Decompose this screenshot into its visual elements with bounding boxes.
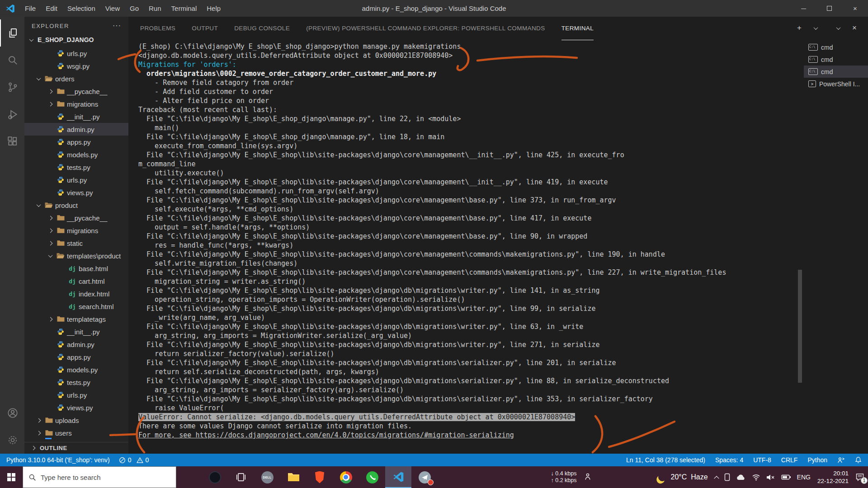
tree-item-tests-py[interactable]: tests.py <box>24 376 128 389</box>
net-speed-widget[interactable]: ↓ 0.4 kbps ↑ 0.2 kbps <box>551 470 576 484</box>
tree-item-apps-py[interactable]: apps.py <box>24 351 128 363</box>
taskbar-whatsapp-icon[interactable] <box>359 466 385 488</box>
python-interpreter[interactable]: Python 3.10.0 64-bit ('E_shop': venv) <box>6 456 110 464</box>
outline-section[interactable]: OUTLINE <box>24 442 128 454</box>
tree-item-templatetags[interactable]: templatetags <box>24 313 128 325</box>
panel-tab-problems[interactable]: PROBLEMS <box>140 17 175 40</box>
tree-item-views-py[interactable]: views.py <box>24 186 128 199</box>
tree-item-uploads[interactable]: uploads <box>24 414 128 427</box>
onedrive-cloud-icon[interactable] <box>736 474 746 480</box>
tree-item-migrations[interactable]: migrations <box>24 98 128 110</box>
tree-item-migrations[interactable]: migrations <box>24 224 128 237</box>
maximize-button[interactable] <box>816 0 842 17</box>
terminal-output[interactable]: (E_shop) C:\file\django\My E_shop\E_shop… <box>128 40 804 454</box>
activity-account-icon[interactable] <box>0 399 24 427</box>
launch-profile-chevron-icon[interactable] <box>811 23 820 33</box>
taskbar-file-explorer-icon[interactable] <box>280 466 307 488</box>
activity-source-control-icon[interactable] <box>0 74 24 101</box>
tree-item-base-html[interactable]: djbase.html <box>24 262 128 275</box>
activity-extensions-icon[interactable] <box>0 128 24 155</box>
taskbar-search-input[interactable]: Type here to search <box>23 466 176 488</box>
tree-item-cart-html[interactable]: djcart.html <box>24 275 128 287</box>
tree-item-templates-product[interactable]: templates\product <box>24 249 128 262</box>
minimize-button[interactable]: ─ <box>791 0 816 17</box>
tree-item-users[interactable]: users <box>24 427 128 439</box>
close-button[interactable]: × <box>842 0 868 17</box>
tree-item-urls-py[interactable]: urls.py <box>24 389 128 401</box>
terminal-instance-cmd[interactable]: C:\cmd <box>804 53 868 66</box>
terminal-instance-powershell-i-[interactable]: >PowerShell I... <box>804 78 868 90</box>
people-icon[interactable] <box>583 473 591 482</box>
menu-terminal[interactable]: Terminal <box>166 0 202 17</box>
tree-item-views-py[interactable]: views.py <box>24 401 128 414</box>
weather-widget[interactable]: 20°C Haze <box>658 473 708 481</box>
panel-chevron-icon[interactable] <box>834 23 843 33</box>
tree-item--init-py[interactable]: __init__.py <box>24 110 128 123</box>
wifi-icon[interactable] <box>752 474 760 481</box>
new-terminal-button[interactable]: + <box>795 23 804 33</box>
phone-icon[interactable] <box>724 473 730 481</box>
taskbar-brave-icon[interactable] <box>307 466 333 488</box>
battery-icon[interactable] <box>781 474 791 480</box>
encoding[interactable]: UTF-8 <box>753 456 771 464</box>
taskbar-telegram-icon[interactable] <box>411 466 438 488</box>
activity-search-icon[interactable] <box>0 47 24 74</box>
eol-sequence[interactable]: CRLF <box>781 456 798 464</box>
tree-item-wsgi-py[interactable]: wsgi.py <box>24 60 128 72</box>
input-language[interactable]: ENG <box>797 474 811 481</box>
taskbar-task-view-icon[interactable] <box>228 466 254 488</box>
tree-item-admin-py[interactable]: admin.py <box>24 123 128 136</box>
notifications-bell-icon[interactable] <box>855 456 862 464</box>
activity-run-debug-icon[interactable] <box>0 101 24 128</box>
menu-go[interactable]: Go <box>125 0 144 17</box>
activity-settings-icon[interactable] <box>0 427 24 454</box>
language-mode[interactable]: Python <box>807 456 827 464</box>
taskbar-chrome-icon[interactable] <box>333 466 359 488</box>
taskbar-vscode-icon[interactable] <box>385 466 411 488</box>
tree-item-search-html[interactable]: djsearch.html <box>24 300 128 313</box>
menu-file[interactable]: File <box>20 0 41 17</box>
taskbar-dell-icon[interactable]: DELL <box>254 466 280 488</box>
tree-item-static[interactable]: static <box>24 237 128 249</box>
tree-item-index-html[interactable]: djindex.html <box>24 287 128 300</box>
tree-item-admin-py[interactable]: admin.py <box>24 338 128 351</box>
panel-tab--preview-powershell-command-explorer-powershell-commands[interactable]: (PREVIEW) POWERSHELL COMMAND EXPLORER: P… <box>306 17 545 40</box>
terminal-instance-cmd[interactable]: C:\cmd <box>804 41 868 53</box>
explorer-actions-button[interactable]: ··· <box>113 22 121 30</box>
tree-item-apps-py[interactable]: apps.py <box>24 136 128 148</box>
menu-selection[interactable]: Selection <box>62 0 100 17</box>
taskbar-round-app-icon[interactable] <box>202 466 228 488</box>
tree-item-models-py[interactable]: models.py <box>24 363 128 376</box>
tree-item-orders[interactable]: orders <box>24 72 128 85</box>
start-button[interactable] <box>0 466 23 488</box>
panel-tab-output[interactable]: OUTPUT <box>192 17 218 40</box>
hidden-icons-chevron-icon[interactable] <box>714 476 719 481</box>
menu-help[interactable]: Help <box>202 0 226 17</box>
action-center-button[interactable]: 1 <box>855 473 864 481</box>
workspace-section-header[interactable]: E_SHOP_DJANGO <box>24 35 128 45</box>
tree-item--pycache-[interactable]: __pycache__ <box>24 211 128 224</box>
activity-explorer-icon[interactable] <box>0 19 24 47</box>
cursor-position[interactable]: Ln 11, Col 38 (278 selected) <box>626 456 705 464</box>
tree-item--init-py[interactable]: __init__.py <box>24 325 128 338</box>
panel-tab-terminal[interactable]: TERMINAL <box>561 17 594 40</box>
menu-run[interactable]: Run <box>144 0 166 17</box>
feedback-icon[interactable] <box>837 457 845 464</box>
tree-item--pycache-[interactable]: __pycache__ <box>24 85 128 98</box>
sidebar-scroll-indicator[interactable] <box>45 438 52 439</box>
tree-item-models-py[interactable]: models.py <box>24 148 128 161</box>
terminal-scrollbar[interactable] <box>798 270 802 383</box>
clock-widget[interactable]: 20:01 22-12-2021 <box>817 469 849 485</box>
terminal-instance-cmd[interactable]: C:\cmd <box>804 66 868 78</box>
menu-view[interactable]: View <box>100 0 125 17</box>
menu-edit[interactable]: Edit <box>41 0 62 17</box>
indentation[interactable]: Spaces: 4 <box>715 456 743 464</box>
tree-item-tests-py[interactable]: tests.py <box>24 161 128 174</box>
tree-item-urls-py[interactable]: urls.py <box>24 174 128 186</box>
problems-status[interactable]: 0 0 <box>119 456 149 464</box>
close-panel-button[interactable]: × <box>850 23 859 33</box>
panel-tab-debug-console[interactable]: DEBUG CONSOLE <box>234 17 290 40</box>
volume-muted-icon[interactable] <box>766 474 775 481</box>
tree-item-product[interactable]: product <box>24 199 128 211</box>
tree-item-urls-py[interactable]: urls.py <box>24 47 128 60</box>
